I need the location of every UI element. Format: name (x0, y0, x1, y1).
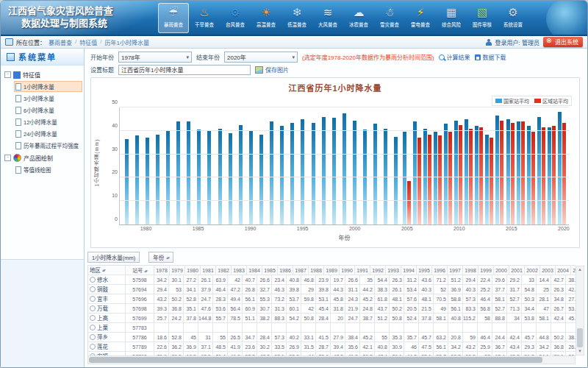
value-cell: 35.3 (390, 333, 404, 342)
bar-group-2020 (557, 107, 567, 224)
row-radio[interactable] (90, 344, 96, 350)
bar-1997-s0 (322, 117, 326, 224)
tree-item[interactable]: 1小时降水量 (14, 81, 82, 92)
grid-icon (13, 71, 21, 79)
scroll-down-icon[interactable]: ▼ (576, 348, 584, 355)
save-image-button[interactable]: 保存图片 (255, 66, 289, 74)
value-cell: 35.6 (345, 342, 360, 352)
gridline (120, 200, 569, 201)
toolbar-hail-button[interactable]: ☁冰雹普查 (343, 3, 374, 33)
start-year-select[interactable]: 1978年 ▾ (118, 52, 192, 63)
tree-group-products[interactable]: -产品图绘制 (4, 152, 82, 163)
toolbar-typhoon-button[interactable]: ⚙台风普查 (220, 3, 251, 33)
calculate-button[interactable]: 计算结果 (439, 53, 470, 61)
chart-title-input[interactable]: 江西省历年1小时降水量 (118, 65, 251, 75)
download-data-button[interactable]: 数据下载 (475, 53, 506, 61)
vertical-scroll-thumb[interactable] (577, 328, 583, 347)
value-cell: 54.2 (287, 314, 301, 323)
value-cell: 61.8 (375, 294, 390, 304)
value-cell: 54.8 (522, 285, 537, 294)
station-cell: 57694 (126, 285, 154, 294)
row-radio[interactable] (90, 325, 96, 330)
vertical-scrollbar[interactable]: ▲ ▼ (576, 266, 584, 355)
value-cell (213, 323, 228, 333)
y-tick-label: 20 (102, 169, 118, 174)
page-icon (15, 166, 21, 174)
end-year-select[interactable]: 2020年 ▾ (224, 52, 298, 63)
expand-icon[interactable]: - (4, 71, 11, 78)
tree-item[interactable]: 历年暴雨过程平均强度 (14, 140, 82, 151)
bar-group-2017 (526, 107, 536, 224)
value-cell: 42.1 (360, 342, 375, 352)
tree-item[interactable]: 12小时降水量 (14, 116, 82, 127)
row-radio[interactable] (90, 315, 96, 321)
value-cell: 53.7 (287, 294, 301, 304)
toolbar-drought-button[interactable]: ♨干旱普查 (189, 3, 220, 33)
toolbar-item-label: 冰雹普查 (349, 21, 368, 27)
breadcrumb-item[interactable]: 暴雨普查 (49, 38, 72, 46)
row-radio[interactable] (90, 296, 96, 302)
region-header[interactable]: 地区▴▾ (88, 266, 126, 275)
value-cell: 60.9 (243, 304, 257, 314)
horizontal-scroll-thumb[interactable] (89, 357, 542, 363)
rainstorm-icon: ☔ (164, 4, 183, 21)
region-name: 上栗 (97, 323, 108, 333)
value-cell: 44.3 (331, 285, 345, 294)
bar-1998-s0 (332, 118, 336, 224)
value-cell: 36.9 (184, 342, 198, 352)
value-cell: 47.5 (419, 342, 434, 352)
value-cell: 55 (375, 333, 390, 342)
app-header: 江西省气象灾害风险普查 数据处理与制图系统 ☔暴雨普查♨干旱普查⚙台风普查☀高温… (1, 1, 587, 36)
scroll-up-icon[interactable]: ▲ (576, 266, 584, 273)
tree-item[interactable]: 等值线绘图 (14, 164, 82, 175)
breadcrumb-item[interactable]: 历年1小时降水量 (104, 38, 148, 46)
logout-button[interactable]: 退出系统 (543, 37, 583, 47)
tree-group-features[interactable]: -特征值 (4, 69, 82, 80)
value-cell: 24.3 (345, 294, 360, 304)
chart-title-label: 设置标题 (90, 66, 114, 74)
tree-item[interactable]: 3小时降水量 (14, 93, 82, 104)
y-tick-label: 10 (102, 193, 118, 198)
measure-selector[interactable]: 1小时降水量(mm) (87, 252, 140, 263)
row-radio[interactable] (90, 305, 96, 311)
value-cell: 22.4 (478, 275, 492, 285)
value-cell: 50.2 (551, 333, 566, 342)
toolbar-high-temp-button[interactable]: ☀高温普查 (251, 3, 282, 33)
row-radio[interactable] (90, 334, 96, 340)
tree-item-label: 24小时降水量 (24, 130, 57, 138)
sidebar-title: 系统菜单 (18, 51, 57, 63)
expand-icon[interactable]: - (4, 155, 11, 161)
toolbar-risk-calc-button[interactable]: ▦综合风险 (436, 3, 467, 33)
bar-group-1978 (121, 107, 132, 224)
location-icon (5, 38, 13, 46)
value-cell: 26.8 (243, 285, 257, 294)
value-cell: 53.8 (522, 314, 537, 323)
toolbar-map-audit-button[interactable]: ▧图件审核 (467, 3, 498, 33)
tree-item[interactable]: 6小时降水量 (14, 105, 82, 116)
toolbar-item-label: 台风普查 (226, 21, 245, 27)
toolbar-settings-button[interactable]: ⚙系统设置 (498, 3, 528, 33)
value-cell: 71.3 (507, 304, 522, 314)
breadcrumb-item[interactable]: 特征值 (79, 38, 97, 46)
tree-item[interactable]: 24小时降水量 (14, 128, 82, 139)
year-sort-button[interactable]: 年份 ▴▾ (148, 252, 173, 263)
toolbar-lightning-button[interactable]: ⚡雷电普查 (405, 3, 436, 33)
controls-row-2: 设置标题 江西省历年1小时降水量 保存图片 (90, 63, 583, 76)
toolbar-rainstorm-button[interactable]: ☔暴雨普查 (158, 3, 189, 33)
toolbar-gale-button[interactable]: ≋大风普查 (312, 3, 343, 33)
toolbar-low-temp-button[interactable]: ❄低温普查 (282, 3, 312, 33)
value-cell: 26.7 (551, 304, 566, 314)
row-radio[interactable] (90, 286, 96, 292)
value-cell: 35 (360, 275, 375, 285)
horizontal-scrollbar[interactable] (87, 355, 576, 364)
row-radio[interactable] (90, 277, 96, 283)
y-tick-label: 30 (102, 146, 118, 152)
toolbar-snow-button[interactable]: ☃雪灾普查 (374, 3, 405, 33)
gridline (120, 177, 569, 177)
station-header[interactable]: 站号 ▴▾ (126, 266, 154, 275)
value-cell: 71.2 (434, 275, 448, 285)
bar-2009-s0 (444, 124, 448, 224)
sort-arrows-icon: ▴▾ (102, 266, 105, 275)
value-cell: 47 (537, 304, 551, 314)
value-cell: 50.2 (169, 294, 184, 304)
